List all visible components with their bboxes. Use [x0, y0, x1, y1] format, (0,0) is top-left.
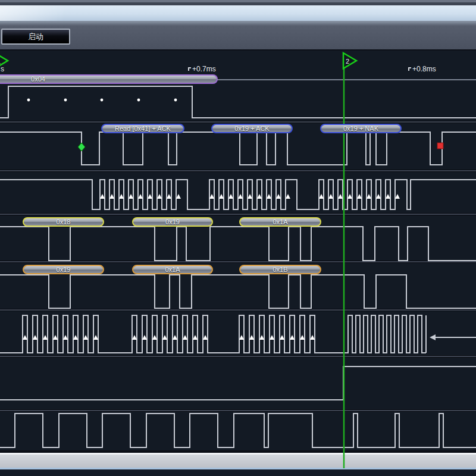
decode-bubble-text: 0x19 [165, 218, 180, 226]
ruler-tick [188, 67, 191, 71]
time-offset-label: +0.7ms [188, 65, 216, 73]
ruler-tick [408, 67, 411, 71]
logic-analyzer-window: 启动 s +0.7ms+0.8ms 12 0x04Read [0x41] + A… [0, 0, 476, 476]
decode-bubble-text: 0x1A [273, 218, 287, 226]
decode-bubble[interactable]: 0x19 [132, 217, 213, 227]
decode-bubble-text: 0x19 + NAK [343, 125, 378, 132]
decode-bubble[interactable]: 0x1B [239, 265, 321, 274]
decode-bubble-text: 0x19 + ACK [234, 125, 269, 132]
decode-bubble-text: 0x04 [31, 76, 45, 83]
decode-bubble[interactable]: 0x19 [23, 265, 104, 274]
decode-bubble[interactable]: 0x19 + ACK [211, 124, 293, 133]
decode-bubble-text: Read [0x41] + ACK [115, 125, 171, 132]
decode-bubble-text: 0x1B [273, 266, 287, 273]
decode-bubble[interactable]: 0x1A [132, 265, 213, 274]
decode-bubble[interactable]: Read [0x41] + ACK [101, 124, 184, 133]
timeline-labels: s +0.7ms+0.8ms [0, 0, 476, 476]
time-offset-label: +0.8ms [408, 65, 436, 73]
decode-bubble[interactable]: 0x04 [0, 74, 218, 84]
decode-bubble[interactable]: 0x1A [239, 217, 321, 227]
scrollbar-track[interactable] [0, 455, 476, 468]
decode-bubble[interactable]: 0x18 [23, 217, 104, 227]
decode-bubble-text: 0x18 [57, 218, 71, 226]
decode-bubble[interactable]: 0x19 + NAK [320, 124, 402, 133]
window-bottom-edge [0, 469, 476, 476]
time-offset-label-partial: s [1, 65, 4, 73]
decode-bubble-text: 0x1A [165, 266, 180, 273]
horizontal-scrollbar[interactable] [0, 450, 476, 476]
decode-bubble-text: 0x19 [57, 266, 71, 273]
